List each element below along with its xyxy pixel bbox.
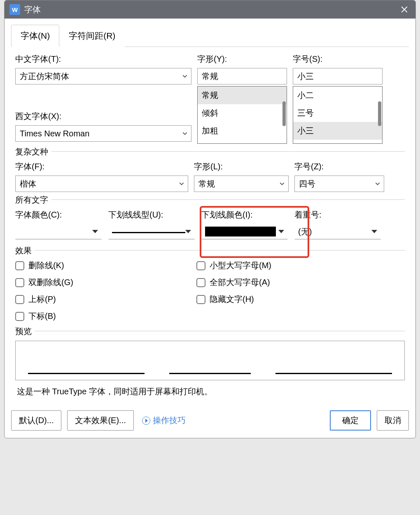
underline-color-dropdown[interactable] <box>201 224 288 239</box>
list-item[interactable]: 小三 <box>293 122 382 140</box>
scrollbar[interactable] <box>378 101 381 126</box>
strikethrough-checkbox[interactable]: 删除线(K) <box>15 260 196 271</box>
effects-group: 效果 删除线(K) 双删除线(G) 上标(P) 下标(B) 小型大写字母(M) … <box>15 250 405 322</box>
underline-style-label: 下划线线型(U): <box>108 209 195 220</box>
play-icon <box>142 417 150 425</box>
dialog-footer: 默认(D)... 文本效果(E)... 操作技巧 确定 取消 <box>5 407 415 438</box>
preview-underline <box>28 358 145 374</box>
window-title: 字体 <box>24 4 398 15</box>
complex-style-label: 字形(L): <box>194 161 289 172</box>
underline-color-label: 下划线颜色(I): <box>201 209 288 220</box>
size-listbox[interactable]: 小二 三号 小三 <box>293 86 383 144</box>
all-text-group: 所有文字 字体颜色(C): 下划线线型(U): 下划线颜色(I): <box>15 199 405 239</box>
complex-font-combo[interactable]: 楷体 <box>15 176 188 192</box>
tab-spacing[interactable]: 字符间距(R) <box>59 25 125 47</box>
preview-underline <box>275 358 392 374</box>
cancel-button[interactable]: 取消 <box>377 410 409 431</box>
underline-style-dropdown[interactable] <box>108 224 195 239</box>
alltext-legend: 所有文字 <box>15 194 51 206</box>
small-caps-checkbox[interactable]: 小型大写字母(M) <box>196 260 378 271</box>
double-strikethrough-checkbox[interactable]: 双删除线(G) <box>15 277 196 288</box>
cn-font-label: 中文字体(T): <box>15 54 191 65</box>
list-item[interactable]: 常规 <box>198 87 287 104</box>
tab-font[interactable]: 字体(N) <box>11 25 59 47</box>
size-input[interactable]: 小三 <box>293 68 383 84</box>
list-item[interactable]: 小二 <box>293 87 382 104</box>
size-label: 字号(S): <box>293 54 383 65</box>
ok-button[interactable]: 确定 <box>330 410 371 431</box>
effects-legend: 效果 <box>15 245 35 256</box>
tips-link[interactable]: 操作技巧 <box>142 415 186 426</box>
chevron-down-icon <box>278 179 286 189</box>
close-button[interactable] <box>398 3 411 16</box>
caret-down-icon <box>185 230 191 233</box>
preview-underline <box>169 358 251 374</box>
west-font-label: 西文字体(X): <box>15 111 191 122</box>
tab-bar: 字体(N) 字符间距(R) <box>11 24 409 47</box>
font-color-dropdown[interactable] <box>15 224 102 239</box>
font-hint-text: 这是一种 TrueType 字体，同时适用于屏幕和打印机。 <box>17 386 405 397</box>
caret-down-icon <box>92 230 98 233</box>
subscript-checkbox[interactable]: 下标(B) <box>15 311 196 322</box>
hidden-checkbox[interactable]: 隐藏文字(H) <box>196 294 378 305</box>
text-effect-button[interactable]: 文本效果(E)... <box>67 410 133 431</box>
preview-group: 预览 <box>15 331 405 380</box>
west-font-combo[interactable]: Times New Roman <box>15 125 191 142</box>
list-item[interactable]: 加粗 <box>198 122 287 140</box>
complex-size-label: 字号(Z): <box>294 161 384 172</box>
style-label: 字形(Y): <box>197 54 287 65</box>
chevron-down-icon <box>374 179 381 189</box>
preview-box <box>15 341 405 380</box>
caret-down-icon <box>371 230 377 233</box>
scrollbar[interactable] <box>282 101 286 126</box>
emphasis-dropdown[interactable]: (无) <box>294 224 381 239</box>
emphasis-label: 着重号: <box>294 209 381 220</box>
west-font-value: Times New Roman <box>20 129 181 138</box>
chevron-down-icon <box>178 179 185 189</box>
style-input[interactable]: 常规 <box>197 68 287 84</box>
complex-style-combo[interactable]: 常规 <box>194 176 289 192</box>
app-icon: W <box>9 4 20 15</box>
list-item[interactable]: 三号 <box>293 104 382 122</box>
font-dialog: W 字体 字体(N) 字符间距(R) 中文字体(T): 方正仿宋简体 西文字体(… <box>4 0 416 438</box>
all-caps-checkbox[interactable]: 全部大写字母(A) <box>196 277 378 288</box>
complex-font-label: 字体(F): <box>15 161 188 172</box>
chevron-down-icon <box>181 129 189 138</box>
complex-script-group: 复杂文种 字体(F): 楷体 字形(L): 常规 <box>15 151 405 192</box>
list-item[interactable]: 倾斜 <box>198 104 287 122</box>
complex-legend: 复杂文种 <box>15 146 51 157</box>
chevron-down-icon <box>181 72 189 81</box>
titlebar: W 字体 <box>5 0 415 19</box>
cn-font-value: 方正仿宋简体 <box>20 71 181 82</box>
preview-legend: 预览 <box>15 326 35 337</box>
cn-font-combo[interactable]: 方正仿宋简体 <box>15 68 191 84</box>
complex-size-combo[interactable]: 四号 <box>294 176 384 192</box>
style-listbox[interactable]: 常规 倾斜 加粗 <box>197 86 287 144</box>
default-button[interactable]: 默认(D)... <box>11 410 61 431</box>
caret-down-icon <box>278 230 284 233</box>
font-color-label: 字体颜色(C): <box>15 209 102 220</box>
superscript-checkbox[interactable]: 上标(P) <box>15 294 196 305</box>
